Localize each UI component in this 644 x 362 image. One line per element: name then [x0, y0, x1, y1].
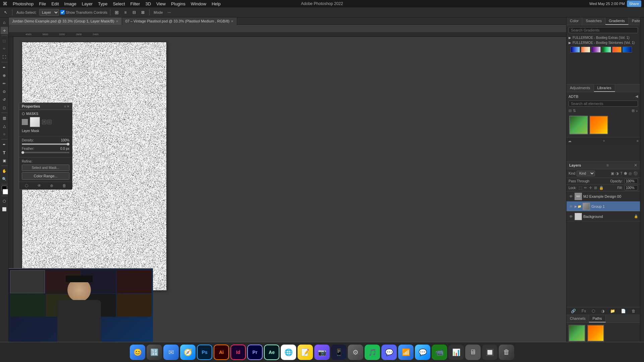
mask-preview[interactable]: [30, 117, 40, 127]
pen-tool[interactable]: ✒: [1, 141, 8, 148]
zoom-tool[interactable]: 🔍: [1, 175, 8, 183]
close-tab-icon[interactable]: ✕: [116, 19, 118, 23]
type-tool[interactable]: T: [1, 149, 8, 156]
menu-photoshop[interactable]: Photoshop: [10, 0, 36, 7]
history-brush[interactable]: ↺: [1, 96, 8, 103]
kind-dropdown[interactable]: KindNameEffect: [577, 171, 595, 176]
delete-layer-btn[interactable]: 🗑: [632, 309, 636, 313]
dock-mail[interactable]: ✉: [163, 345, 179, 360]
layers-menu-btn[interactable]: ≡: [606, 163, 609, 168]
menu-type[interactable]: Type: [95, 0, 110, 7]
crop-tool[interactable]: ⛶: [1, 53, 8, 61]
swatch-ocean[interactable]: [623, 47, 632, 53]
more-options[interactable]: ···: [166, 9, 173, 16]
select-mask-btn[interactable]: Select and Mask...: [22, 165, 69, 171]
lib-add-icon[interactable]: +: [603, 139, 605, 143]
adj-btn[interactable]: ◑: [601, 309, 604, 313]
dock-launchpad[interactable]: 🔢: [147, 345, 162, 360]
layer-item-bg[interactable]: 👁 Background 🔒: [567, 212, 640, 222]
density-thumb[interactable]: [67, 143, 69, 145]
color-range-btn[interactable]: Color Range...: [22, 172, 69, 180]
eyedropper-tool[interactable]: ✒: [1, 64, 8, 71]
screen-mode[interactable]: ⬜: [1, 205, 8, 213]
filter-adj[interactable]: ◑: [615, 171, 619, 176]
layer-item[interactable]: 👁 MJ MJ Example Design 00: [567, 191, 640, 201]
fx-btn[interactable]: Fx: [582, 309, 586, 313]
library-search[interactable]: [569, 101, 638, 107]
swatch-sunset[interactable]: [612, 47, 622, 53]
panel-close-btn[interactable]: ✕: [67, 105, 69, 108]
dock-activity[interactable]: 📊: [448, 345, 464, 360]
footer-icon-2[interactable]: 👁: [37, 183, 41, 188]
dock-notes[interactable]: 📝: [298, 345, 313, 360]
channels-tab[interactable]: Channels: [567, 315, 589, 322]
menu-file[interactable]: File: [36, 0, 49, 7]
thumb-fire-1[interactable]: [587, 325, 604, 342]
align-center[interactable]: ≡: [122, 9, 129, 16]
swatches-tab[interactable]: Swatches: [582, 17, 605, 25]
dock-illustrator[interactable]: Ai: [214, 345, 229, 360]
selection-tool[interactable]: ⬚: [1, 37, 8, 45]
paths-tab[interactable]: Paths: [589, 315, 605, 322]
fill-input[interactable]: [625, 185, 638, 190]
share-button[interactable]: Share: [627, 0, 641, 7]
swatch-purple[interactable]: [591, 47, 601, 53]
dock-capture[interactable]: 📷: [314, 345, 330, 360]
footer-icon-1[interactable]: ⬡: [25, 183, 28, 188]
dock-chrome[interactable]: 🌐: [281, 345, 296, 360]
view-toggle[interactable]: ⊞: [632, 109, 635, 113]
lib-thumb-2[interactable]: [589, 116, 608, 134]
color-tab[interactable]: Color: [567, 17, 582, 25]
apple-menu[interactable]: ⌘: [0, 0, 10, 7]
swatch-warm[interactable]: [581, 47, 590, 53]
library-chevron[interactable]: ◀: [635, 94, 638, 99]
opacity-input[interactable]: [625, 179, 638, 184]
distribute[interactable]: ⊠: [139, 9, 147, 16]
shape-tool[interactable]: ▣: [1, 157, 8, 164]
menu-image[interactable]: Image: [62, 0, 79, 7]
group-arrow[interactable]: ▶: [575, 205, 577, 208]
dodge-tool[interactable]: ○: [1, 130, 8, 138]
dock-ios[interactable]: 📱: [331, 345, 346, 360]
align-left[interactable]: ⊞: [113, 9, 120, 16]
new-layer-btn[interactable]: 📄: [621, 309, 626, 313]
libraries-tab[interactable]: Libraries: [594, 84, 615, 92]
visibility-eye-3[interactable]: 👁: [569, 214, 573, 219]
show-transform-label[interactable]: Show Transform Controls: [60, 10, 107, 14]
filter-toggle[interactable]: ⚫: [633, 171, 638, 176]
density-slider[interactable]: [22, 143, 69, 145]
brush-tool[interactable]: ✏: [1, 80, 8, 87]
visibility-eye-2[interactable]: 👁: [569, 204, 573, 209]
menu-select[interactable]: Select: [110, 0, 127, 7]
thumb-green-1[interactable]: [569, 325, 585, 342]
lock-image[interactable]: ✏: [584, 186, 587, 190]
dock-premiere[interactable]: Pr: [247, 345, 263, 360]
lib-menu-icon[interactable]: ≡: [637, 139, 639, 143]
menu-edit[interactable]: Edit: [49, 0, 61, 7]
dock-safari[interactable]: 🧭: [180, 345, 196, 360]
gradient-search[interactable]: [569, 27, 638, 33]
filter-icon[interactable]: ⊟: [569, 109, 572, 113]
menu-window[interactable]: Window: [188, 0, 209, 7]
healing-tool[interactable]: ⊕: [1, 72, 8, 79]
lock-all[interactable]: 🔒: [599, 186, 604, 190]
layer-item-active[interactable]: 👁 ▶ 📁 Group 1: [567, 201, 640, 212]
dock-photoshop[interactable]: Ps: [197, 345, 212, 360]
dock-discord[interactable]: 💬: [381, 345, 397, 360]
add-icon[interactable]: +: [636, 109, 638, 113]
group-btn[interactable]: 📁: [610, 309, 615, 313]
lock-artboard[interactable]: ⊞: [594, 186, 597, 190]
adjustments-tab[interactable]: Adjustments: [567, 84, 594, 92]
dock-aftereffects[interactable]: Ae: [264, 345, 279, 360]
lock-transparent[interactable]: ⬚: [579, 186, 582, 190]
gradients-tab[interactable]: Gradients: [605, 17, 629, 25]
filter-type[interactable]: T: [620, 171, 623, 176]
menu-help[interactable]: Help: [209, 0, 223, 7]
mask-btn[interactable]: ⬡: [592, 309, 595, 313]
hand-tool[interactable]: ✋: [1, 167, 8, 175]
layers-close-btn[interactable]: ✕: [634, 163, 637, 168]
menu-view[interactable]: View: [154, 0, 168, 7]
feather-thumb[interactable]: [21, 151, 24, 154]
visibility-eye-1[interactable]: 👁: [569, 194, 573, 199]
dock-finder2[interactable]: 🔲: [482, 345, 497, 360]
